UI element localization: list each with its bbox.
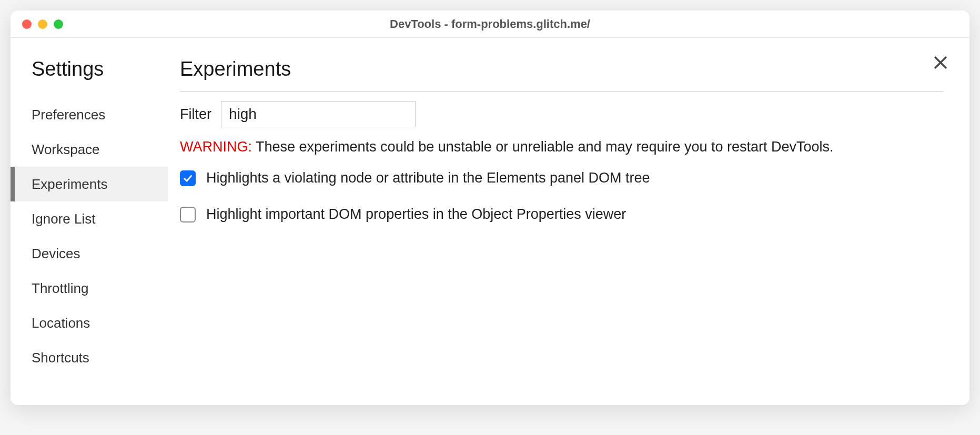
sidebar-item-shortcuts[interactable]: Shortcuts (11, 340, 168, 375)
sidebar-item-label: Workspace (32, 141, 100, 158)
devtools-window: DevTools - form-problems.glitch.me/ Sett… (11, 11, 969, 405)
sidebar: Settings Preferences Workspace Experimen… (11, 38, 168, 405)
sidebar-item-preferences[interactable]: Preferences (11, 97, 168, 132)
window-zoom-traffic-light[interactable] (54, 19, 63, 29)
check-icon (182, 173, 194, 184)
sidebar-title: Settings (32, 58, 168, 80)
warning-text: These experiments could be unstable or u… (252, 139, 834, 155)
experiment-label: Highlights a violating node or attribute… (206, 170, 650, 186)
experiment-item: Highlight important DOM properties in th… (180, 206, 943, 222)
divider (180, 91, 943, 92)
sidebar-item-label: Devices (32, 246, 80, 262)
experiment-item: Highlights a violating node or attribute… (180, 170, 943, 186)
sidebar-item-label: Locations (32, 315, 90, 331)
window-minimize-traffic-light[interactable] (38, 19, 47, 29)
close-button[interactable] (932, 54, 949, 74)
filter-input[interactable] (221, 101, 416, 127)
page-title: Experiments (180, 58, 943, 80)
sidebar-item-throttling[interactable]: Throttling (11, 271, 168, 306)
filter-row: Filter (180, 101, 943, 127)
sidebar-item-label: Shortcuts (32, 350, 89, 366)
titlebar: DevTools - form-problems.glitch.me/ (11, 11, 969, 38)
window-title: DevTools - form-problems.glitch.me/ (390, 17, 590, 31)
experiment-label: Highlight important DOM properties in th… (206, 206, 626, 222)
sidebar-item-experiments[interactable]: Experiments (11, 167, 168, 201)
warning-row: WARNING: These experiments could be unst… (180, 139, 943, 155)
main-panel: Experiments Filter WARNING: These experi… (168, 38, 969, 405)
sidebar-item-devices[interactable]: Devices (11, 236, 168, 271)
window-controls (22, 19, 63, 29)
sidebar-item-workspace[interactable]: Workspace (11, 132, 168, 167)
experiment-checkbox[interactable] (180, 170, 196, 186)
sidebar-item-label: Ignore List (32, 211, 95, 227)
window-close-traffic-light[interactable] (22, 19, 32, 29)
sidebar-item-locations[interactable]: Locations (11, 306, 168, 340)
sidebar-item-label: Experiments (32, 176, 108, 193)
close-icon (932, 54, 949, 72)
filter-label: Filter (180, 106, 211, 123)
content: Settings Preferences Workspace Experimen… (11, 38, 969, 405)
sidebar-item-ignore-list[interactable]: Ignore List (11, 201, 168, 236)
experiment-checkbox[interactable] (180, 207, 196, 222)
sidebar-item-label: Preferences (32, 107, 105, 123)
sidebar-item-label: Throttling (32, 280, 88, 297)
warning-label: WARNING: (180, 139, 252, 155)
